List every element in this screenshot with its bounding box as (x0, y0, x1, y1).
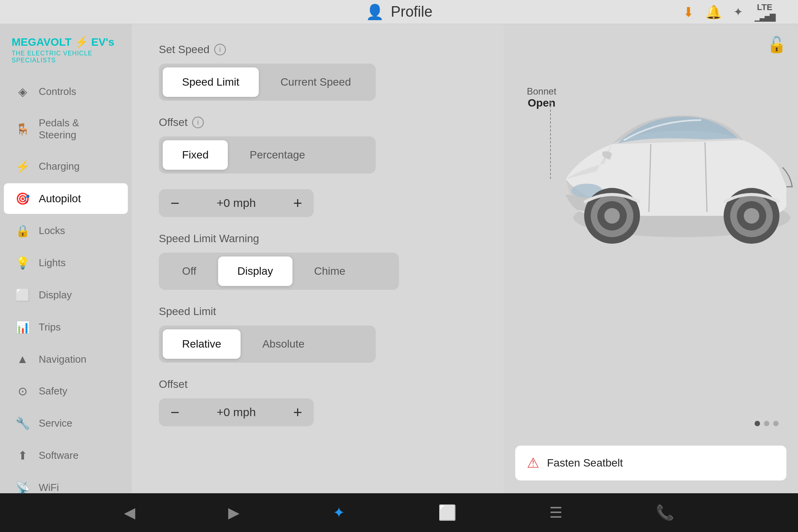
sidebar-item-label: Service (39, 417, 72, 429)
offset-plus-btn[interactable]: + (293, 195, 302, 211)
dot-3 (773, 421, 779, 426)
sidebar-item-software[interactable]: ⬆ Software (4, 440, 128, 471)
offset2-stepper-value: +0 mph (195, 406, 277, 419)
sidebar-item-safety[interactable]: ⊙ Safety (4, 376, 128, 406)
trips-icon: 📊 (15, 320, 29, 334)
sidebar-item-controls[interactable]: ◈ Controls (4, 76, 128, 107)
wifi-icon: 📡 (15, 481, 29, 494)
set-speed-toggle-group: Speed Limit Current Speed (159, 64, 376, 101)
taskbar-bluetooth-icon[interactable]: ✦ (333, 504, 345, 521)
warning-off-btn[interactable]: Off (163, 257, 216, 286)
offset-section: Offset i (159, 116, 476, 129)
svg-point-9 (744, 208, 759, 224)
sidebar-item-label: WiFi (39, 482, 59, 494)
offset2-minus-btn[interactable]: − (170, 405, 179, 420)
bell-icon[interactable]: 🔔 (705, 4, 722, 20)
speed-limit-toggle-group: Relative Absolute (159, 325, 376, 363)
taskbar: ◀ ▶ ✦ ⬜ ☰ 📞 (0, 493, 798, 532)
set-speed-section: Set Speed i (159, 43, 476, 56)
profile-label: Profile (391, 3, 433, 20)
sidebar-item-label: Display (39, 289, 72, 301)
sidebar-item-service[interactable]: 🔧 Service (4, 408, 128, 439)
offset2-stepper: − +0 mph + (159, 398, 314, 426)
sidebar-item-pedals[interactable]: 🪑 Pedals & Steering (4, 108, 128, 150)
sidebar-item-autopilot[interactable]: 🎯 Autopilot (4, 183, 128, 214)
safety-icon: ⊙ (15, 384, 29, 398)
bluetooth-icon[interactable]: ✦ (733, 5, 743, 19)
sidebar-item-label: Autopilot (39, 193, 81, 205)
taskbar-phone-icon[interactable]: 📞 (656, 504, 674, 521)
speed-limit-warning-toggle-group: Off Display Chime (159, 253, 399, 290)
logo-subtitle: THE ELECTRIC VEHICLE SPECIALISTS (12, 50, 120, 64)
lights-icon: 💡 (15, 256, 29, 270)
warning-display-btn[interactable]: Display (218, 257, 292, 286)
sidebar-item-trips[interactable]: 📊 Trips (4, 312, 128, 343)
car-illustration (535, 43, 798, 276)
logo-megavolt: MEGAVOLT (12, 36, 72, 48)
offset-toggle-group: Fixed Percentage (159, 136, 376, 174)
dot-1 (755, 421, 760, 426)
offset-stepper: − +0 mph + (159, 189, 314, 217)
sidebar-item-charging[interactable]: ⚡ Charging (4, 151, 128, 182)
download-icon[interactable]: ⬇ (683, 4, 694, 20)
fixed-btn[interactable]: Fixed (163, 140, 228, 170)
service-icon: 🔧 (15, 417, 29, 430)
speed-limit-btn[interactable]: Speed Limit (163, 67, 259, 97)
offset-minus-btn[interactable]: − (170, 195, 179, 211)
sidebar-item-label: Charging (39, 160, 80, 172)
sidebar-item-label: Locks (39, 225, 65, 237)
sidebar-item-label: Controls (39, 86, 76, 98)
sidebar-item-locks[interactable]: 🔒 Locks (4, 215, 128, 246)
controls-icon: ◈ (15, 85, 29, 98)
taskbar-back-icon[interactable]: ◀ (124, 504, 135, 521)
speed-limit-label: Speed Limit (159, 305, 216, 318)
header-icons: ⬇ 🔔 ✦ LTE ▁▃▅▇ (683, 2, 775, 22)
offset2-label: Offset (159, 378, 187, 391)
offset-label: Offset (159, 116, 187, 129)
autopilot-icon: 🎯 (15, 192, 29, 205)
dot-indicator (755, 421, 779, 426)
absolute-btn[interactable]: Absolute (243, 329, 324, 359)
pedals-icon: 🪑 (15, 122, 29, 136)
profile-icon: 👤 (366, 3, 384, 21)
header-profile[interactable]: 👤 Profile (366, 3, 433, 21)
sidebar-item-display[interactable]: ⬜ Display (4, 280, 128, 310)
warning-chime-btn[interactable]: Chime (295, 257, 365, 286)
sidebar-item-label: Pedals & Steering (39, 117, 116, 141)
set-speed-label: Set Speed (159, 43, 210, 56)
speed-limit-warning-label: Speed Limit Warning (159, 232, 259, 245)
sidebar: MEGAVOLT ⚡ EV's THE ELECTRIC VEHICLE SPE… (0, 24, 132, 511)
offset-info-icon[interactable]: i (192, 117, 204, 128)
relative-btn[interactable]: Relative (163, 329, 241, 359)
taskbar-menu-icon[interactable]: ☰ (549, 504, 562, 521)
software-icon: ⬆ (15, 449, 29, 462)
seatbelt-warning-text: Fasten Seatbelt (547, 457, 623, 469)
sidebar-item-lights[interactable]: 💡 Lights (4, 248, 128, 278)
charging-icon: ⚡ (15, 160, 29, 173)
set-speed-info-icon[interactable]: i (214, 44, 226, 55)
seatbelt-warning: ⚠ Fasten Seatbelt (515, 446, 786, 480)
sidebar-logo: MEGAVOLT ⚡ EV's THE ELECTRIC VEHICLE SPE… (0, 32, 132, 76)
taskbar-camera-icon[interactable]: ⬜ (438, 504, 456, 521)
speed-limit-section: Speed Limit (159, 305, 476, 318)
warning-triangle-icon: ⚠ (527, 455, 539, 471)
dot-2 (764, 421, 769, 426)
sidebar-item-label: Trips (39, 321, 61, 333)
current-speed-btn[interactable]: Current Speed (261, 67, 370, 97)
locks-icon: 🔒 (15, 224, 29, 238)
main-content: MEGAVOLT ⚡ EV's THE ELECTRIC VEHICLE SPE… (0, 24, 798, 511)
navigation-icon: ▲ (15, 353, 29, 366)
display-icon: ⬜ (15, 288, 29, 302)
taskbar-media-icon[interactable]: ▶ (228, 504, 239, 521)
sidebar-item-navigation[interactable]: ▲ Navigation (4, 344, 128, 374)
percentage-btn[interactable]: Percentage (230, 140, 324, 170)
speed-limit-warning-section: Speed Limit Warning (159, 232, 476, 245)
sidebar-item-label: Navigation (39, 353, 86, 365)
car-panel: 🔓 Bonnet Open (504, 24, 798, 511)
header: 👤 Profile ⬇ 🔔 ✦ LTE ▁▃▅▇ (0, 0, 798, 24)
offset2-plus-btn[interactable]: + (293, 405, 302, 420)
logo-ev: EV's (91, 36, 115, 48)
sidebar-item-label: Software (39, 449, 79, 461)
offset2-section: Offset (159, 378, 476, 391)
signal-bars: ▁▃▅▇ (755, 12, 775, 22)
